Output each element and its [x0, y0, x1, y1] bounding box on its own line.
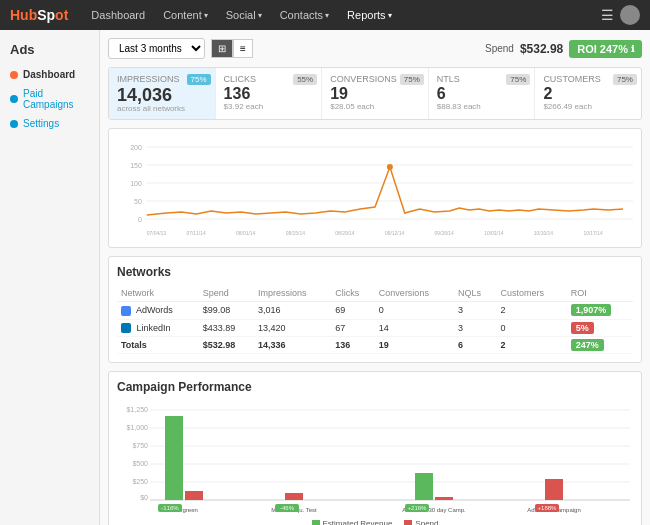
customers-sub: $266.49 each [543, 102, 633, 111]
bar-adwords30-spend [435, 497, 453, 500]
spend-value: $532.98 [520, 42, 563, 56]
bar-adwords-spend [545, 479, 563, 500]
ntls-sub: $88.83 each [437, 102, 527, 111]
network-name-linkedin: LinkedIn [117, 319, 199, 337]
campaign-perf-title: Campaign Performance [117, 380, 633, 394]
adwords-spend: $99.08 [199, 302, 254, 320]
campaign-performance-section: Campaign Performance $1,250 $1,000 $750 … [108, 371, 642, 525]
sidebar-title: Ads [0, 38, 99, 65]
hamburger-icon[interactable]: ☰ [601, 7, 614, 23]
view-btn-grid[interactable]: ⊞ [211, 39, 233, 58]
table-row-totals: Totals $532.98 14,336 136 19 6 2 247% [117, 337, 633, 354]
th-spend: Spend [199, 285, 254, 302]
customers-value: 2 [543, 86, 633, 102]
adwords-icon [121, 306, 131, 316]
ntls-badge: 75% [506, 74, 530, 85]
sidebar-item-paid-campaigns[interactable]: Paid Campaigns [0, 84, 99, 114]
spend-label: Spend [485, 43, 514, 54]
svg-text:-116%: -116% [161, 505, 179, 511]
svg-text:08/15/14: 08/15/14 [286, 230, 306, 236]
totals-conversions: 19 [375, 337, 454, 354]
svg-text:$1,000: $1,000 [127, 424, 149, 431]
adwords-conversions: 0 [375, 302, 454, 320]
totals-spend: $532.98 [199, 337, 254, 354]
svg-text:0: 0 [138, 216, 142, 223]
clicks-badge: 55% [293, 74, 317, 85]
legend-spend: Spend [404, 519, 438, 525]
metrics-row: IMPRESSIONS 14,036 across all networks 7… [108, 67, 642, 120]
svg-text:100: 100 [130, 180, 142, 187]
nav-social[interactable]: Social ▾ [218, 5, 270, 25]
linkedin-impressions: 13,420 [254, 319, 331, 337]
th-nqls: NQLs [454, 285, 496, 302]
nav-items: Dashboard Content ▾ Social ▾ Contacts ▾ … [83, 5, 601, 25]
totals-roi: 247% [567, 337, 633, 354]
impressions-value: 14,036 [117, 86, 207, 104]
metric-conversions: CONVERSIONS 19 $28.05 each 75% [322, 68, 429, 119]
th-customers: Customers [496, 285, 566, 302]
sidebar-item-settings[interactable]: Settings [0, 114, 99, 133]
user-avatar[interactable] [620, 5, 640, 25]
customers-badge: 75% [613, 74, 637, 85]
svg-text:10/17/14: 10/17/14 [583, 230, 603, 236]
th-conversions: Conversions [375, 285, 454, 302]
linkedin-conversions: 14 [375, 319, 454, 337]
svg-text:$500: $500 [132, 460, 148, 467]
svg-text:$250: $250 [132, 478, 148, 485]
bar-media-spend [285, 493, 303, 500]
linkedin-clicks: 67 [331, 319, 375, 337]
line-chart-svg: 200 150 100 50 0 07/04/13 07/11/14 08/01… [117, 137, 633, 237]
svg-text:$0: $0 [140, 494, 148, 501]
table-row: LinkedIn $433.89 13,420 67 14 3 0 5% [117, 319, 633, 337]
paid-campaigns-dot [10, 95, 18, 103]
clicks-sub: $3.92 each [224, 102, 314, 111]
roi-badge: ROI 247% ℹ [569, 40, 642, 58]
svg-text:+216%: +216% [408, 505, 428, 511]
svg-text:150: 150 [130, 162, 142, 169]
svg-text:08/29/14: 08/29/14 [335, 230, 355, 236]
settings-dot [10, 120, 18, 128]
svg-text:$1,250: $1,250 [127, 406, 149, 413]
svg-text:08/01/14: 08/01/14 [236, 230, 256, 236]
bar-chart-area: $1,250 $1,000 $750 $500 $250 $0 [117, 400, 633, 525]
view-btn-list[interactable]: ≡ [233, 39, 253, 58]
table-row: AdWords $99.08 3,016 69 0 3 2 1,907% [117, 302, 633, 320]
bar-evergreen-spend [185, 491, 203, 500]
bar-evergreen-revenue [165, 416, 183, 500]
main-content: Last 3 months ⊞ ≡ Spend $532.98 ROI 247%… [100, 30, 650, 525]
th-network: Network [117, 285, 199, 302]
svg-text:200: 200 [130, 144, 142, 151]
main-layout: Ads Dashboard Paid Campaigns Settings La… [0, 30, 650, 525]
svg-text:07/11/14: 07/11/14 [186, 230, 206, 236]
nav-reports[interactable]: Reports ▾ [339, 5, 400, 25]
top-navigation: HubSpot Dashboard Content ▾ Social ▾ Con… [0, 0, 650, 30]
ntls-value: 6 [437, 86, 527, 102]
table-header-row: Network Spend Impressions Clicks Convers… [117, 285, 633, 302]
adwords-customers: 2 [496, 302, 566, 320]
legend-revenue-label: Estimated Revenue [323, 519, 393, 525]
info-icon[interactable]: ℹ [631, 44, 634, 54]
linkedin-nqls: 3 [454, 319, 496, 337]
nav-dashboard[interactable]: Dashboard [83, 5, 153, 25]
svg-text:09/12/14: 09/12/14 [385, 230, 405, 236]
adwords-roi: 1,907% [567, 302, 633, 320]
svg-text:50: 50 [134, 198, 142, 205]
networks-table: Network Spend Impressions Clicks Convers… [117, 285, 633, 354]
linkedin-spend: $433.89 [199, 319, 254, 337]
legend-spend-dot [404, 520, 412, 525]
svg-text:07/04/13: 07/04/13 [147, 230, 167, 236]
impressions-sub: across all networks [117, 104, 207, 113]
view-toggle: ⊞ ≡ [211, 39, 253, 58]
sidebar-item-dashboard[interactable]: Dashboard [0, 65, 99, 84]
nav-content[interactable]: Content ▾ [155, 5, 216, 25]
conversions-value: 19 [330, 86, 420, 102]
svg-text:+188%: +188% [538, 505, 558, 511]
nav-contacts[interactable]: Contacts ▾ [272, 5, 337, 25]
legend-revenue-dot [312, 520, 320, 525]
date-range-select[interactable]: Last 3 months [108, 38, 205, 59]
clicks-value: 136 [224, 86, 314, 102]
chart-legend: Estimated Revenue Spend [117, 519, 633, 525]
legend-revenue: Estimated Revenue [312, 519, 393, 525]
adwords-nqls: 3 [454, 302, 496, 320]
svg-point-10 [387, 164, 393, 170]
